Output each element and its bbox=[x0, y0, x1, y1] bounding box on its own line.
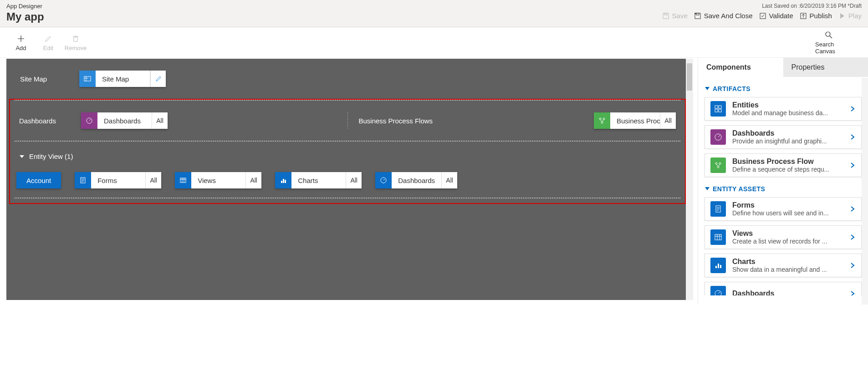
search-icon bbox=[825, 31, 833, 39]
svg-rect-19 bbox=[715, 106, 718, 108]
search-canvas-button[interactable]: Search Canvas bbox=[815, 31, 842, 55]
save-and-close-button[interactable]: Save And Close bbox=[694, 12, 753, 20]
site-map-tile[interactable]: Site Map bbox=[79, 71, 166, 87]
svg-rect-31 bbox=[720, 265, 721, 268]
pencil-icon bbox=[44, 35, 52, 43]
entity-dashboards-label: Dashboards bbox=[392, 172, 442, 188]
svg-point-24 bbox=[715, 163, 717, 164]
charts-tile[interactable]: Charts All bbox=[275, 172, 362, 188]
svg-rect-6 bbox=[74, 37, 77, 41]
svg-point-25 bbox=[719, 163, 721, 164]
svg-rect-21 bbox=[715, 109, 718, 112]
card-forms[interactable]: Forms Define how users will see and in..… bbox=[705, 197, 862, 221]
svg-rect-29 bbox=[715, 266, 717, 268]
remove-button[interactable]: Remove bbox=[62, 35, 89, 51]
forms-all[interactable]: All bbox=[146, 172, 161, 188]
chevron-right-icon bbox=[849, 106, 856, 112]
views-all[interactable]: All bbox=[246, 172, 261, 188]
svg-point-12 bbox=[601, 122, 603, 123]
bpf-all[interactable]: All bbox=[660, 112, 676, 129]
chart-icon bbox=[275, 172, 291, 188]
tab-properties[interactable]: Properties bbox=[783, 58, 868, 77]
views-icon bbox=[175, 172, 191, 188]
svg-point-7 bbox=[826, 32, 830, 36]
dashboards-tile[interactable]: Dashboards All bbox=[81, 112, 168, 129]
save-icon bbox=[662, 12, 669, 20]
entity-dashboards-all[interactable]: All bbox=[442, 172, 457, 188]
dashboards-tile-label: Dashboards bbox=[97, 112, 152, 129]
site-map-section-label: Site Map bbox=[20, 75, 79, 83]
card-charts[interactable]: Charts Show data in a meaningful and ... bbox=[705, 254, 862, 277]
charts-all[interactable]: All bbox=[346, 172, 362, 188]
entity-view-header[interactable]: Entity View (1) bbox=[15, 142, 680, 169]
card-entities[interactable]: Entities Model and manage business da... bbox=[705, 97, 862, 121]
add-button[interactable]: Add bbox=[7, 35, 35, 51]
validate-button[interactable]: Validate bbox=[759, 12, 793, 20]
svg-rect-30 bbox=[718, 264, 719, 268]
sidepanel-scrollbar[interactable] bbox=[862, 78, 868, 305]
card-dashboards-asset[interactable]: Dashboards bbox=[705, 282, 862, 295]
site-map-tile-label: Site Map bbox=[96, 71, 150, 87]
chevron-right-icon bbox=[849, 234, 856, 240]
save-button[interactable]: Save bbox=[662, 12, 688, 20]
account-entity-button[interactable]: Account bbox=[16, 172, 61, 188]
charts-tile-label: Charts bbox=[291, 172, 346, 188]
card-views[interactable]: Views Create a list view of records for … bbox=[705, 225, 862, 249]
canvas-scrollbar[interactable] bbox=[686, 59, 693, 300]
views-icon bbox=[710, 229, 726, 245]
svg-rect-20 bbox=[719, 106, 721, 108]
page-title: My app bbox=[6, 10, 44, 23]
trash-icon bbox=[71, 35, 80, 43]
card-dashboards[interactable]: Dashboards Provide an insightful and gra… bbox=[705, 125, 862, 149]
form-icon bbox=[710, 201, 726, 217]
svg-point-26 bbox=[717, 166, 719, 168]
design-canvas[interactable]: Site Map Site Map Dashboards bbox=[6, 59, 693, 300]
card-dashboards2-title: Dashboards bbox=[732, 290, 843, 295]
publish-button[interactable]: Publish bbox=[800, 12, 832, 20]
play-icon bbox=[838, 12, 846, 20]
svg-point-32 bbox=[715, 290, 721, 295]
card-charts-title: Charts bbox=[732, 258, 843, 266]
svg-rect-28 bbox=[715, 234, 721, 240]
svg-point-11 bbox=[603, 118, 605, 120]
save-close-icon bbox=[694, 12, 701, 20]
forms-tile[interactable]: Forms All bbox=[75, 172, 161, 188]
form-icon bbox=[75, 172, 91, 188]
card-forms-title: Forms bbox=[732, 201, 843, 209]
card-forms-desc: Define how users will see and in... bbox=[732, 209, 843, 217]
artifacts-section-header[interactable]: ARTIFACTS bbox=[705, 81, 862, 97]
dashboard-icon bbox=[710, 129, 726, 145]
card-dashboards-title: Dashboards bbox=[732, 129, 843, 137]
bpf-tile[interactable]: Business Proces... All bbox=[594, 112, 676, 129]
card-bpf[interactable]: Business Process Flow Define a sequence … bbox=[705, 153, 862, 177]
play-button[interactable]: Play bbox=[838, 12, 862, 20]
entities-icon bbox=[710, 101, 726, 117]
card-views-title: Views bbox=[732, 229, 843, 238]
chart-icon bbox=[710, 258, 726, 273]
views-tile[interactable]: Views All bbox=[175, 172, 261, 188]
bpf-icon bbox=[594, 112, 610, 129]
dashboards-all[interactable]: All bbox=[152, 112, 168, 129]
bpf-tile-label: Business Proces... bbox=[610, 112, 660, 129]
svg-rect-8 bbox=[84, 76, 91, 81]
dashboard-icon bbox=[375, 172, 392, 188]
chevron-right-icon bbox=[849, 262, 856, 269]
svg-rect-3 bbox=[696, 13, 699, 15]
chevron-right-icon bbox=[849, 290, 856, 295]
app-header: App Designer My app Last Saved on :6/20/… bbox=[0, 0, 868, 27]
edit-button[interactable]: Edit bbox=[35, 35, 62, 51]
vertical-divider bbox=[347, 112, 348, 129]
svg-rect-14 bbox=[180, 178, 186, 183]
ribbon-toolbar: Add Edit Remove Search Canvas bbox=[0, 27, 868, 58]
svg-rect-15 bbox=[281, 181, 282, 183]
tab-components[interactable]: Components bbox=[698, 58, 783, 77]
entity-assets-section-header[interactable]: ENTITY ASSETS bbox=[705, 182, 862, 197]
chevron-down-icon bbox=[705, 86, 710, 91]
svg-rect-0 bbox=[663, 13, 669, 19]
svg-rect-17 bbox=[285, 180, 286, 183]
site-map-edit-button[interactable] bbox=[150, 71, 166, 87]
dashboard-icon bbox=[81, 112, 97, 129]
entity-dashboards-tile[interactable]: Dashboards All bbox=[375, 172, 457, 188]
sitemap-icon bbox=[79, 71, 96, 87]
svg-rect-22 bbox=[719, 109, 721, 112]
